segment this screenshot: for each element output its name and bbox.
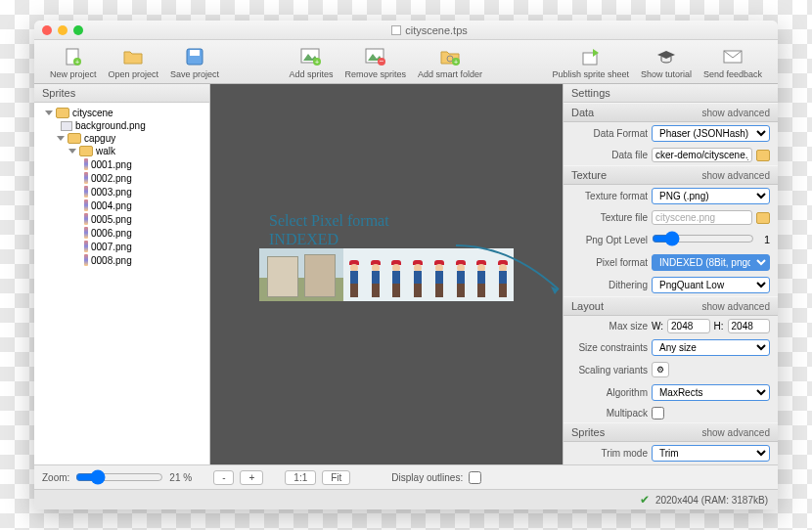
- tree-item-background[interactable]: background.png: [34, 119, 209, 132]
- disclosure-triangle-icon[interactable]: [68, 149, 76, 154]
- tree-item-frame[interactable]: 0003.png: [34, 185, 209, 199]
- data-format-select[interactable]: Phaser (JSONHash): [652, 125, 770, 142]
- show-advanced-link[interactable]: show advanced: [702, 427, 771, 438]
- image-plus-icon: +: [298, 46, 324, 67]
- tree-item-frame[interactable]: 0007.png: [34, 240, 209, 253]
- dithering-select[interactable]: PngQuant Low: [652, 277, 770, 293]
- tree-folder-walk[interactable]: walk: [34, 145, 209, 157]
- disclosure-triangle-icon[interactable]: [45, 110, 53, 115]
- zoom-reset-button[interactable]: 1:1: [285, 470, 316, 485]
- tree-item-frame[interactable]: 0002.png: [34, 171, 209, 185]
- feedback-button[interactable]: Send feedback: [698, 46, 768, 79]
- tree-item-frame[interactable]: 0004.png: [34, 199, 209, 212]
- zoom-fit-button[interactable]: Fit: [322, 470, 350, 485]
- document-icon: [391, 25, 401, 35]
- titlebar: cityscene.tps: [34, 21, 778, 40]
- data-file-input[interactable]: [652, 148, 752, 162]
- display-outlines-checkbox[interactable]: [469, 471, 481, 484]
- zoom-icon[interactable]: [73, 25, 83, 35]
- browse-folder-icon[interactable]: [756, 150, 770, 161]
- window-title: cityscene.tps: [89, 24, 770, 36]
- svg-text:+: +: [315, 59, 319, 66]
- max-size-label: Max size: [571, 321, 648, 331]
- sprite-file-icon: [84, 199, 88, 211]
- walk-frames-preview: [343, 248, 514, 301]
- add-sprites-button[interactable]: + Add sprites: [283, 46, 338, 79]
- publish-button[interactable]: Publish sprite sheet: [546, 46, 635, 79]
- multipack-label: Multipack: [571, 408, 648, 419]
- folder-icon: [68, 133, 81, 144]
- sprite-file-icon: [84, 158, 88, 170]
- tree-folder-capguy[interactable]: capguy: [34, 132, 209, 145]
- show-advanced-link[interactable]: show advanced: [702, 170, 771, 181]
- app-window: cityscene.tps + New project Open project…: [34, 21, 778, 509]
- svg-text:−: −: [379, 57, 383, 66]
- svg-text:+: +: [454, 59, 458, 66]
- sprites-tree[interactable]: cityscene background.png capguy walk 000…: [34, 103, 209, 464]
- trim-mode-label: Trim mode: [571, 448, 648, 459]
- content-area: Sprites cityscene background.png capguy …: [34, 84, 778, 464]
- status-bar: ✔ 2020x404 (RAM: 3187kB): [34, 489, 778, 509]
- browse-folder-icon[interactable]: [756, 212, 770, 224]
- algorithm-label: Algorithm: [571, 387, 648, 398]
- annotation-text: Select Pixel format INDEXED: [269, 211, 389, 248]
- png-opt-slider[interactable]: [652, 231, 754, 246]
- svg-rect-4: [190, 50, 200, 56]
- open-project-button[interactable]: Open project: [103, 46, 165, 79]
- canvas-area[interactable]: Select Pixel format INDEXED: [210, 84, 563, 464]
- section-sprites[interactable]: Spritesshow advanced: [564, 422, 778, 442]
- check-icon: ✔: [640, 493, 650, 507]
- toolbar: + New project Open project Save project …: [34, 40, 778, 84]
- tree-item-frame[interactable]: 0006.png: [34, 226, 209, 240]
- sprite-file-icon: [84, 241, 88, 252]
- texture-file-label: Texture file: [571, 212, 648, 223]
- multipack-checkbox[interactable]: [652, 407, 664, 420]
- sprites-panel-header: Sprites: [34, 84, 209, 103]
- remove-sprites-button[interactable]: − Remove sprites: [338, 46, 412, 79]
- disclosure-triangle-icon[interactable]: [57, 136, 65, 141]
- tutorial-button[interactable]: Show tutorial: [635, 46, 698, 79]
- section-data[interactable]: Datashow advanced: [564, 103, 778, 122]
- max-width-input[interactable]: [667, 319, 709, 333]
- max-height-input[interactable]: [728, 319, 770, 333]
- background-sprite-preview: [259, 248, 343, 301]
- display-outlines-label: Display outlines:: [391, 472, 463, 483]
- save-project-button[interactable]: Save project: [164, 46, 225, 79]
- sprite-file-icon: [84, 227, 88, 239]
- show-advanced-link[interactable]: show advanced: [702, 301, 771, 312]
- envelope-icon: [720, 46, 745, 67]
- show-advanced-link[interactable]: show advanced: [702, 108, 771, 118]
- dithering-label: Dithering: [571, 280, 648, 290]
- pixel-format-label: Pixel format: [571, 257, 648, 268]
- sprite-sheet-preview: [259, 248, 514, 301]
- folder-icon: [79, 146, 93, 156]
- publish-icon: [578, 46, 604, 67]
- pixel-format-select[interactable]: INDEXED (8Bit, pngquant): [652, 254, 770, 271]
- section-texture[interactable]: Textureshow advanced: [564, 165, 778, 185]
- algorithm-select[interactable]: MaxRects: [652, 384, 770, 401]
- folder-icon: [56, 108, 69, 118]
- scaling-variants-button[interactable]: ⚙: [652, 362, 669, 377]
- trim-mode-select[interactable]: Trim: [652, 445, 770, 462]
- zoom-in-button[interactable]: +: [240, 470, 263, 485]
- png-opt-label: Png Opt Level: [571, 235, 648, 245]
- tree-item-frame[interactable]: 0008.png: [34, 253, 209, 267]
- sprite-file-icon: [84, 254, 88, 266]
- tree-folder-root[interactable]: cityscene: [34, 107, 209, 119]
- zoom-slider[interactable]: [75, 469, 163, 485]
- tree-item-frame[interactable]: 0005.png: [34, 212, 209, 226]
- texture-file-input[interactable]: [652, 210, 752, 225]
- size-constraints-label: Size constraints: [571, 342, 648, 353]
- close-icon[interactable]: [42, 25, 52, 35]
- size-constraints-select[interactable]: Any size: [652, 339, 770, 356]
- sprite-file-icon: [84, 172, 88, 184]
- minimize-icon[interactable]: [58, 25, 68, 35]
- add-smart-folder-button[interactable]: + Add smart folder: [412, 46, 488, 79]
- texture-format-select[interactable]: PNG (.png): [652, 188, 770, 204]
- image-minus-icon: −: [363, 46, 388, 67]
- zoom-out-button[interactable]: -: [213, 470, 234, 485]
- settings-panel-header: Settings: [564, 84, 778, 103]
- new-project-button[interactable]: + New project: [44, 46, 103, 79]
- section-layout[interactable]: Layoutshow advanced: [564, 296, 778, 316]
- tree-item-frame[interactable]: 0001.png: [34, 157, 209, 171]
